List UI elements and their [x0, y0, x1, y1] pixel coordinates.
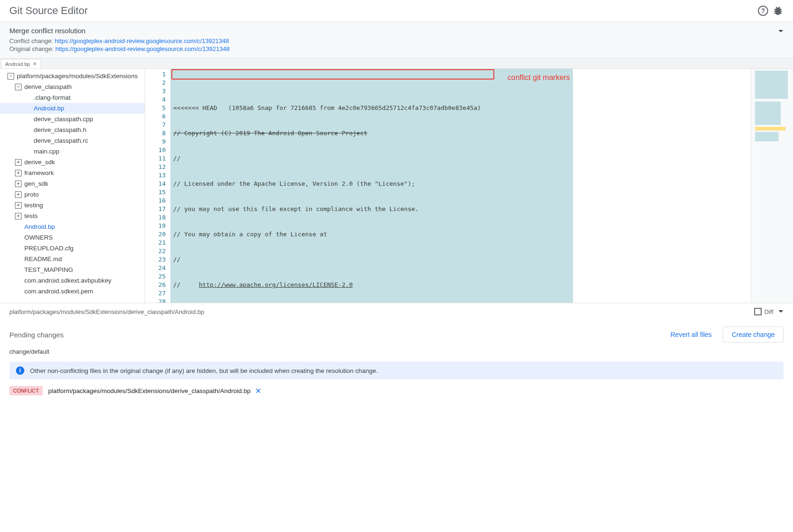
tree-file[interactable]: derive_classpath.cpp: [0, 114, 145, 124]
tab-label: Android.bp: [5, 61, 30, 67]
tree-folder[interactable]: −derive_classpath: [0, 81, 145, 92]
expand-icon[interactable]: +: [15, 191, 22, 198]
header: Git Source Editor ?: [0, 0, 793, 22]
code-line: //: [170, 154, 751, 163]
dropdown-arrow-icon[interactable]: [778, 309, 784, 314]
close-icon[interactable]: ✕: [33, 61, 37, 66]
conflict-change-link[interactable]: https://googleplex-android-review.google…: [55, 37, 229, 44]
expand-icon[interactable]: +: [15, 170, 22, 176]
revert-all-button[interactable]: Revert all files: [670, 331, 712, 338]
tab-bar: Android.bp ✕: [0, 58, 793, 69]
tree-folder[interactable]: +framework: [0, 168, 145, 178]
collapse-icon[interactable]: −: [7, 73, 14, 80]
code-line: //: [170, 255, 751, 264]
tree-file-selected[interactable]: Android.bp: [0, 103, 145, 114]
tree-file[interactable]: derive_classpath.h: [0, 124, 145, 135]
tree-file[interactable]: derive_classpath.rc: [0, 135, 145, 146]
tree-folder[interactable]: +proto: [0, 189, 145, 200]
conflict-file-path: platform/packages/modules/SdkExtensions/…: [48, 387, 250, 394]
tree-folder[interactable]: +gen_sdk: [0, 178, 145, 189]
help-icon[interactable]: ?: [757, 5, 769, 16]
svg-text:?: ?: [761, 7, 765, 15]
expand-icon[interactable]: +: [15, 159, 22, 166]
code-line: // Copyright (C) 2019 The Android Open S…: [170, 129, 751, 138]
pending-panel: Pending changes Revert all files Create …: [0, 320, 793, 405]
create-change-button[interactable]: Create change: [723, 327, 784, 343]
collapse-arrow-icon[interactable]: [778, 29, 784, 34]
bug-icon[interactable]: [772, 5, 784, 16]
tree-file[interactable]: OWNERS: [0, 232, 145, 243]
line-gutter: 1234567891011121314151617181920212223242…: [145, 69, 170, 303]
info-text: Other non-conflicting files in the origi…: [30, 367, 378, 374]
expand-icon[interactable]: +: [15, 202, 22, 209]
code-line: // You may obtain a copy of the License …: [170, 230, 751, 239]
tree-file[interactable]: README.md: [0, 254, 145, 264]
tree-folder[interactable]: +derive_sdk: [0, 157, 145, 168]
tree-file[interactable]: Android.bp: [0, 221, 145, 232]
path-bar: platform/packages/modules/SdkExtensions/…: [0, 303, 793, 320]
expand-icon[interactable]: +: [15, 213, 22, 219]
tree-file[interactable]: PREUPLOAD.cfg: [0, 243, 145, 254]
conflict-marker-highlight: [171, 69, 494, 80]
tree-root[interactable]: −platform/packages/modules/SdkExtensions: [0, 71, 145, 81]
branch-label: change/default: [9, 348, 784, 355]
file-path: platform/packages/modules/SdkExtensions/…: [9, 308, 204, 315]
app-title: Git Source Editor: [9, 5, 754, 17]
info-icon: i: [16, 366, 24, 375]
original-change-row: Original change: https://googleplex-andr…: [9, 45, 784, 52]
tree-file[interactable]: TEST_MAPPING: [0, 264, 145, 275]
panel-title: Merge conflict resolution: [9, 27, 784, 35]
merge-info-panel: Merge conflict resolution Conflict chang…: [0, 22, 793, 58]
code-line: // http://www.apache.org/licenses/LICENS…: [170, 281, 751, 289]
editor-tab[interactable]: Android.bp ✕: [1, 59, 41, 68]
file-tree[interactable]: −platform/packages/modules/SdkExtensions…: [0, 69, 145, 303]
expand-icon[interactable]: +: [15, 181, 22, 187]
remove-file-icon[interactable]: ✕: [255, 386, 261, 395]
conflict-file-row: CONFLICT platform/packages/modules/SdkEx…: [9, 386, 784, 395]
code-line: // you may not use this file except in c…: [170, 205, 751, 213]
tree-file[interactable]: main.cpp: [0, 146, 145, 157]
conflict-badge: CONFLICT: [9, 386, 43, 395]
tree-folder[interactable]: +tests: [0, 211, 145, 221]
code-editor[interactable]: 1234567891011121314151617181920212223242…: [145, 69, 793, 303]
tree-folder[interactable]: +testing: [0, 200, 145, 211]
pending-title: Pending changes: [9, 331, 64, 339]
tree-file[interactable]: com.android.sdkext.avbpubkey: [0, 275, 145, 286]
diff-checkbox[interactable]: [754, 308, 762, 315]
tree-file[interactable]: .clang-format: [0, 92, 145, 103]
diff-label: Diff: [764, 308, 773, 315]
code-line: <<<<<<< HEAD (1058a6 Snap for 7216685 fr…: [170, 104, 751, 112]
conflict-change-row: Conflict change: https://googleplex-andr…: [9, 37, 784, 44]
collapse-icon[interactable]: −: [15, 84, 22, 90]
annotation-label: conflict git markers: [507, 73, 570, 82]
tree-file[interactable]: com.android.sdkext.pem: [0, 286, 145, 297]
info-banner: i Other non-conflicting files in the ori…: [9, 362, 784, 379]
code-line: // Licensed under the Apache License, Ve…: [170, 180, 751, 188]
original-change-link[interactable]: https://googleplex-android-review.google…: [55, 45, 229, 52]
minimap[interactable]: [751, 69, 793, 303]
code-area[interactable]: conflict git markers <<<<<<< HEAD (1058a…: [170, 69, 751, 303]
